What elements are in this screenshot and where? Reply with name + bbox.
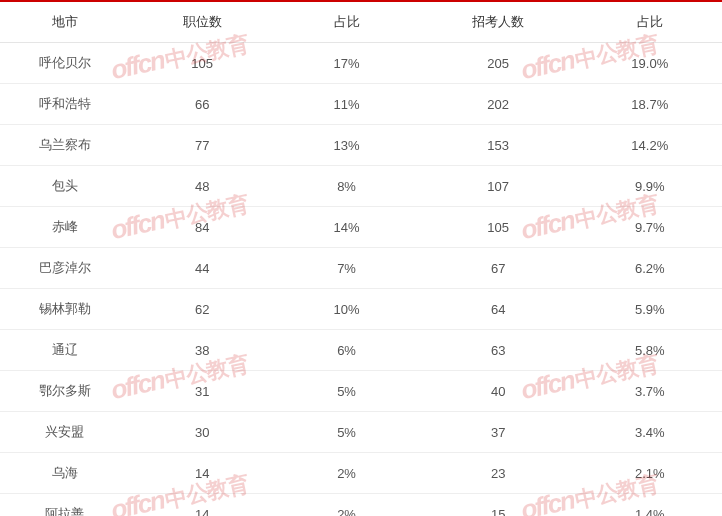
cell-pct2: 18.7% <box>578 84 722 125</box>
cell-city: 呼伦贝尔 <box>0 43 130 84</box>
cell-city: 巴彦淖尔 <box>0 248 130 289</box>
cell-pct1: 13% <box>274 125 418 166</box>
table-row: 呼和浩特6611%20218.7% <box>0 84 722 125</box>
cell-pct1: 5% <box>274 371 418 412</box>
cell-positions: 84 <box>130 207 274 248</box>
table-body: 呼伦贝尔10517%20519.0%呼和浩特6611%20218.7%乌兰察布7… <box>0 43 722 517</box>
cell-city: 呼和浩特 <box>0 84 130 125</box>
cell-pct2: 6.2% <box>578 248 722 289</box>
cell-pct1: 11% <box>274 84 418 125</box>
table-row: 乌兰察布7713%15314.2% <box>0 125 722 166</box>
header-pct2: 占比 <box>578 1 722 43</box>
table-row: 巴彦淖尔447%676.2% <box>0 248 722 289</box>
header-positions: 职位数 <box>130 1 274 43</box>
cell-pct1: 17% <box>274 43 418 84</box>
cell-city: 通辽 <box>0 330 130 371</box>
cell-recruits: 40 <box>419 371 578 412</box>
cell-positions: 14 <box>130 453 274 494</box>
table-row: 通辽386%635.8% <box>0 330 722 371</box>
cell-pct2: 5.8% <box>578 330 722 371</box>
table-row: 呼伦贝尔10517%20519.0% <box>0 43 722 84</box>
cell-positions: 14 <box>130 494 274 517</box>
cell-recruits: 205 <box>419 43 578 84</box>
cell-city: 鄂尔多斯 <box>0 371 130 412</box>
data-table: 地市 职位数 占比 招考人数 占比 呼伦贝尔10517%20519.0%呼和浩特… <box>0 0 722 516</box>
cell-pct2: 2.1% <box>578 453 722 494</box>
cell-recruits: 153 <box>419 125 578 166</box>
cell-recruits: 64 <box>419 289 578 330</box>
table-row: 乌海142%232.1% <box>0 453 722 494</box>
header-city: 地市 <box>0 1 130 43</box>
cell-recruits: 15 <box>419 494 578 517</box>
cell-city: 赤峰 <box>0 207 130 248</box>
header-recruits: 招考人数 <box>419 1 578 43</box>
cell-positions: 62 <box>130 289 274 330</box>
cell-city: 包头 <box>0 166 130 207</box>
cell-pct2: 9.7% <box>578 207 722 248</box>
header-pct1: 占比 <box>274 1 418 43</box>
cell-pct2: 1.4% <box>578 494 722 517</box>
cell-positions: 48 <box>130 166 274 207</box>
cell-positions: 77 <box>130 125 274 166</box>
cell-recruits: 37 <box>419 412 578 453</box>
cell-pct2: 19.0% <box>578 43 722 84</box>
cell-recruits: 67 <box>419 248 578 289</box>
table-row: 锡林郭勒6210%645.9% <box>0 289 722 330</box>
cell-city: 乌兰察布 <box>0 125 130 166</box>
cell-city: 兴安盟 <box>0 412 130 453</box>
cell-city: 阿拉善 <box>0 494 130 517</box>
cell-recruits: 23 <box>419 453 578 494</box>
cell-city: 锡林郭勒 <box>0 289 130 330</box>
cell-city: 乌海 <box>0 453 130 494</box>
cell-pct1: 8% <box>274 166 418 207</box>
cell-pct1: 2% <box>274 453 418 494</box>
cell-pct2: 14.2% <box>578 125 722 166</box>
cell-positions: 31 <box>130 371 274 412</box>
cell-pct1: 10% <box>274 289 418 330</box>
cell-pct2: 3.7% <box>578 371 722 412</box>
cell-pct2: 5.9% <box>578 289 722 330</box>
cell-pct1: 14% <box>274 207 418 248</box>
cell-pct1: 5% <box>274 412 418 453</box>
cell-positions: 44 <box>130 248 274 289</box>
table-header-row: 地市 职位数 占比 招考人数 占比 <box>0 1 722 43</box>
table-row: 鄂尔多斯315%403.7% <box>0 371 722 412</box>
table-row: 赤峰8414%1059.7% <box>0 207 722 248</box>
cell-pct2: 9.9% <box>578 166 722 207</box>
cell-recruits: 202 <box>419 84 578 125</box>
table-row: 兴安盟305%373.4% <box>0 412 722 453</box>
table-row: 阿拉善142%151.4% <box>0 494 722 517</box>
cell-recruits: 105 <box>419 207 578 248</box>
cell-positions: 30 <box>130 412 274 453</box>
cell-positions: 105 <box>130 43 274 84</box>
cell-pct1: 7% <box>274 248 418 289</box>
cell-pct1: 6% <box>274 330 418 371</box>
cell-pct1: 2% <box>274 494 418 517</box>
cell-recruits: 107 <box>419 166 578 207</box>
cell-recruits: 63 <box>419 330 578 371</box>
cell-pct2: 3.4% <box>578 412 722 453</box>
cell-positions: 66 <box>130 84 274 125</box>
table-row: 包头488%1079.9% <box>0 166 722 207</box>
data-table-container: 地市 职位数 占比 招考人数 占比 呼伦贝尔10517%20519.0%呼和浩特… <box>0 0 722 516</box>
cell-positions: 38 <box>130 330 274 371</box>
